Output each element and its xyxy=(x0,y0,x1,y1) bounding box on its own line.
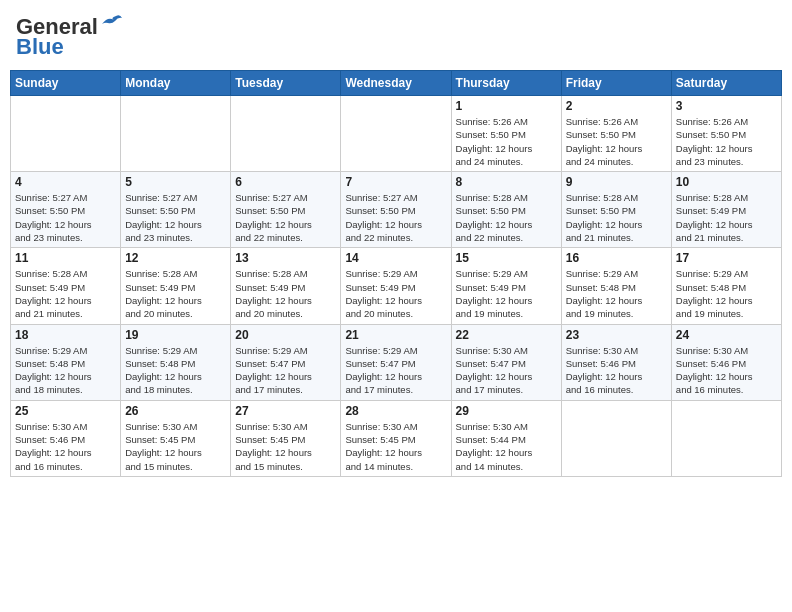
calendar-cell: 10Sunrise: 5:28 AM Sunset: 5:49 PM Dayli… xyxy=(671,172,781,248)
day-number: 26 xyxy=(125,404,226,418)
day-detail: Sunrise: 5:29 AM Sunset: 5:47 PM Dayligh… xyxy=(345,344,446,397)
day-number: 12 xyxy=(125,251,226,265)
logo: General Blue xyxy=(16,14,122,60)
calendar-week-row: 11Sunrise: 5:28 AM Sunset: 5:49 PM Dayli… xyxy=(11,248,782,324)
day-number: 6 xyxy=(235,175,336,189)
day-detail: Sunrise: 5:29 AM Sunset: 5:47 PM Dayligh… xyxy=(235,344,336,397)
calendar-cell: 17Sunrise: 5:29 AM Sunset: 5:48 PM Dayli… xyxy=(671,248,781,324)
calendar-table: SundayMondayTuesdayWednesdayThursdayFrid… xyxy=(10,70,782,477)
day-number: 16 xyxy=(566,251,667,265)
calendar-cell: 15Sunrise: 5:29 AM Sunset: 5:49 PM Dayli… xyxy=(451,248,561,324)
day-detail: Sunrise: 5:26 AM Sunset: 5:50 PM Dayligh… xyxy=(456,115,557,168)
day-detail: Sunrise: 5:27 AM Sunset: 5:50 PM Dayligh… xyxy=(125,191,226,244)
day-number: 13 xyxy=(235,251,336,265)
calendar-cell: 18Sunrise: 5:29 AM Sunset: 5:48 PM Dayli… xyxy=(11,324,121,400)
calendar-cell: 23Sunrise: 5:30 AM Sunset: 5:46 PM Dayli… xyxy=(561,324,671,400)
calendar-cell: 19Sunrise: 5:29 AM Sunset: 5:48 PM Dayli… xyxy=(121,324,231,400)
day-detail: Sunrise: 5:30 AM Sunset: 5:46 PM Dayligh… xyxy=(566,344,667,397)
calendar-cell: 4Sunrise: 5:27 AM Sunset: 5:50 PM Daylig… xyxy=(11,172,121,248)
day-detail: Sunrise: 5:29 AM Sunset: 5:48 PM Dayligh… xyxy=(676,267,777,320)
day-number: 29 xyxy=(456,404,557,418)
col-header-thursday: Thursday xyxy=(451,71,561,96)
day-number: 25 xyxy=(15,404,116,418)
calendar-cell: 2Sunrise: 5:26 AM Sunset: 5:50 PM Daylig… xyxy=(561,96,671,172)
calendar-cell: 9Sunrise: 5:28 AM Sunset: 5:50 PM Daylig… xyxy=(561,172,671,248)
calendar-cell xyxy=(341,96,451,172)
day-number: 28 xyxy=(345,404,446,418)
calendar-week-row: 18Sunrise: 5:29 AM Sunset: 5:48 PM Dayli… xyxy=(11,324,782,400)
calendar-cell: 5Sunrise: 5:27 AM Sunset: 5:50 PM Daylig… xyxy=(121,172,231,248)
day-detail: Sunrise: 5:29 AM Sunset: 5:48 PM Dayligh… xyxy=(15,344,116,397)
calendar-cell: 20Sunrise: 5:29 AM Sunset: 5:47 PM Dayli… xyxy=(231,324,341,400)
day-detail: Sunrise: 5:26 AM Sunset: 5:50 PM Dayligh… xyxy=(676,115,777,168)
calendar-cell: 11Sunrise: 5:28 AM Sunset: 5:49 PM Dayli… xyxy=(11,248,121,324)
day-number: 22 xyxy=(456,328,557,342)
day-detail: Sunrise: 5:30 AM Sunset: 5:47 PM Dayligh… xyxy=(456,344,557,397)
calendar-cell: 27Sunrise: 5:30 AM Sunset: 5:45 PM Dayli… xyxy=(231,400,341,476)
day-number: 3 xyxy=(676,99,777,113)
day-detail: Sunrise: 5:29 AM Sunset: 5:48 PM Dayligh… xyxy=(566,267,667,320)
day-number: 11 xyxy=(15,251,116,265)
calendar-cell: 21Sunrise: 5:29 AM Sunset: 5:47 PM Dayli… xyxy=(341,324,451,400)
day-detail: Sunrise: 5:28 AM Sunset: 5:49 PM Dayligh… xyxy=(15,267,116,320)
col-header-monday: Monday xyxy=(121,71,231,96)
calendar-cell: 29Sunrise: 5:30 AM Sunset: 5:44 PM Dayli… xyxy=(451,400,561,476)
day-number: 14 xyxy=(345,251,446,265)
calendar-week-row: 1Sunrise: 5:26 AM Sunset: 5:50 PM Daylig… xyxy=(11,96,782,172)
col-header-sunday: Sunday xyxy=(11,71,121,96)
calendar-cell xyxy=(11,96,121,172)
calendar-cell xyxy=(671,400,781,476)
day-number: 20 xyxy=(235,328,336,342)
calendar-cell: 14Sunrise: 5:29 AM Sunset: 5:49 PM Dayli… xyxy=(341,248,451,324)
calendar-cell: 26Sunrise: 5:30 AM Sunset: 5:45 PM Dayli… xyxy=(121,400,231,476)
day-detail: Sunrise: 5:30 AM Sunset: 5:46 PM Dayligh… xyxy=(15,420,116,473)
day-number: 1 xyxy=(456,99,557,113)
day-number: 27 xyxy=(235,404,336,418)
calendar-header-row: SundayMondayTuesdayWednesdayThursdayFrid… xyxy=(11,71,782,96)
col-header-saturday: Saturday xyxy=(671,71,781,96)
calendar-cell: 7Sunrise: 5:27 AM Sunset: 5:50 PM Daylig… xyxy=(341,172,451,248)
day-detail: Sunrise: 5:30 AM Sunset: 5:45 PM Dayligh… xyxy=(125,420,226,473)
day-detail: Sunrise: 5:28 AM Sunset: 5:49 PM Dayligh… xyxy=(125,267,226,320)
day-number: 21 xyxy=(345,328,446,342)
calendar-cell: 28Sunrise: 5:30 AM Sunset: 5:45 PM Dayli… xyxy=(341,400,451,476)
calendar-cell: 24Sunrise: 5:30 AM Sunset: 5:46 PM Dayli… xyxy=(671,324,781,400)
day-number: 18 xyxy=(15,328,116,342)
calendar-cell: 22Sunrise: 5:30 AM Sunset: 5:47 PM Dayli… xyxy=(451,324,561,400)
day-number: 10 xyxy=(676,175,777,189)
day-number: 5 xyxy=(125,175,226,189)
day-detail: Sunrise: 5:26 AM Sunset: 5:50 PM Dayligh… xyxy=(566,115,667,168)
day-detail: Sunrise: 5:30 AM Sunset: 5:46 PM Dayligh… xyxy=(676,344,777,397)
calendar-cell xyxy=(561,400,671,476)
col-header-friday: Friday xyxy=(561,71,671,96)
day-number: 17 xyxy=(676,251,777,265)
day-detail: Sunrise: 5:27 AM Sunset: 5:50 PM Dayligh… xyxy=(15,191,116,244)
page-header: General Blue xyxy=(10,10,782,64)
day-number: 23 xyxy=(566,328,667,342)
col-header-tuesday: Tuesday xyxy=(231,71,341,96)
logo-bird-icon xyxy=(100,14,122,32)
day-detail: Sunrise: 5:29 AM Sunset: 5:48 PM Dayligh… xyxy=(125,344,226,397)
calendar-week-row: 25Sunrise: 5:30 AM Sunset: 5:46 PM Dayli… xyxy=(11,400,782,476)
calendar-cell: 8Sunrise: 5:28 AM Sunset: 5:50 PM Daylig… xyxy=(451,172,561,248)
day-number: 15 xyxy=(456,251,557,265)
day-number: 19 xyxy=(125,328,226,342)
calendar-cell: 13Sunrise: 5:28 AM Sunset: 5:49 PM Dayli… xyxy=(231,248,341,324)
day-detail: Sunrise: 5:27 AM Sunset: 5:50 PM Dayligh… xyxy=(235,191,336,244)
day-number: 2 xyxy=(566,99,667,113)
day-detail: Sunrise: 5:29 AM Sunset: 5:49 PM Dayligh… xyxy=(345,267,446,320)
day-detail: Sunrise: 5:30 AM Sunset: 5:45 PM Dayligh… xyxy=(345,420,446,473)
day-number: 24 xyxy=(676,328,777,342)
day-detail: Sunrise: 5:28 AM Sunset: 5:49 PM Dayligh… xyxy=(235,267,336,320)
logo-blue: Blue xyxy=(16,34,64,60)
day-detail: Sunrise: 5:30 AM Sunset: 5:44 PM Dayligh… xyxy=(456,420,557,473)
calendar-cell xyxy=(231,96,341,172)
day-number: 8 xyxy=(456,175,557,189)
day-detail: Sunrise: 5:29 AM Sunset: 5:49 PM Dayligh… xyxy=(456,267,557,320)
calendar-cell: 6Sunrise: 5:27 AM Sunset: 5:50 PM Daylig… xyxy=(231,172,341,248)
calendar-cell: 1Sunrise: 5:26 AM Sunset: 5:50 PM Daylig… xyxy=(451,96,561,172)
day-detail: Sunrise: 5:28 AM Sunset: 5:49 PM Dayligh… xyxy=(676,191,777,244)
calendar-cell xyxy=(121,96,231,172)
col-header-wednesday: Wednesday xyxy=(341,71,451,96)
day-detail: Sunrise: 5:28 AM Sunset: 5:50 PM Dayligh… xyxy=(566,191,667,244)
